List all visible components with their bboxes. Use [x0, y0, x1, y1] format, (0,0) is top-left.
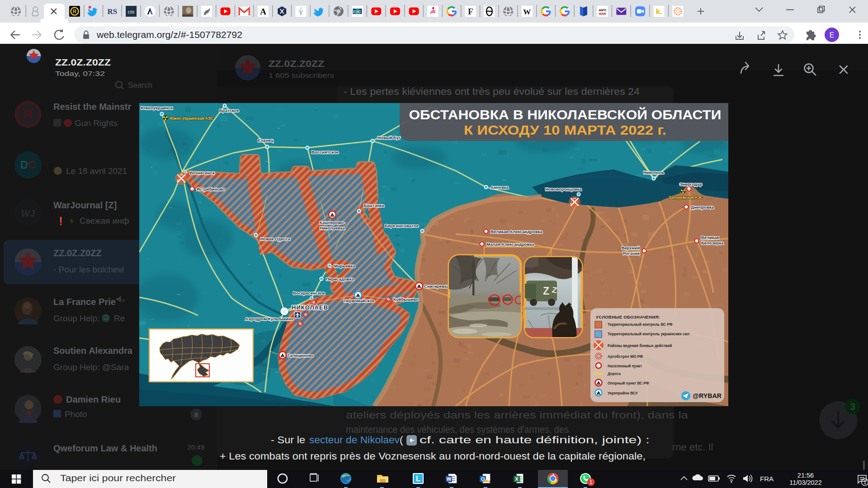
svg-text:Today, 07:32: Today, 07:32 — [55, 70, 105, 77]
svg-text:secteur de Nikolaev: secteur de Nikolaev — [309, 434, 400, 446]
svg-text:ОБСТАНОВКА В НИКОЛАЕВСКОЙ ОБЛА: ОБСТАНОВКА В НИКОЛАЕВСКОЙ ОБЛАСТИ — [409, 107, 722, 122]
svg-text:21:56: 21:56 — [797, 472, 814, 479]
svg-text:Укрепрайон ВСУ: Укрепрайон ВСУ — [608, 391, 638, 395]
svg-text:Марьевка: Марьевка — [334, 263, 355, 268]
svg-text:Group Help: @Sara: Group Help: @Sara — [53, 362, 129, 372]
svg-text:1 605 subscribers: 1 605 subscribers — [269, 71, 334, 79]
svg-text:Re: Re — [114, 314, 125, 323]
svg-text:E: E — [830, 31, 835, 39]
svg-text:УСЛОВНЫЕ ОБОЗНАЧЕНИЯ:: УСЛОВНЫЕ ОБОЗНАЧЕНИЯ: — [596, 314, 660, 319]
svg-text:Le 18 avril 2021: Le 18 avril 2021 — [66, 166, 127, 176]
svg-text:La France Prie: La France Prie — [53, 297, 116, 307]
svg-text:1: 1 — [863, 479, 866, 485]
svg-text:ateliers déployés dans les arr: ateliers déployés dans les arrières immé… — [346, 409, 689, 421]
svg-text:Николаевка: Николаевка — [320, 225, 345, 230]
svg-text:web.telegram.org/z/#-150778279: web.telegram.org/z/#-1507782792 — [96, 30, 242, 40]
svg-text:WAR: WAR — [599, 12, 606, 15]
svg-text:Запорожская АЭС: Запорожская АЭС — [669, 195, 703, 200]
svg-text:Территориальный контроль ВС Р: Территориальный контроль ВС РФ — [608, 323, 673, 327]
svg-text:X: X — [515, 476, 519, 482]
svg-text:RS: RS — [108, 7, 118, 16]
svg-text:F: F — [468, 7, 473, 16]
svg-text:W: W — [447, 476, 452, 482]
svg-text:(: ( — [400, 434, 403, 446]
svg-text:W: W — [523, 8, 531, 16]
svg-text:Taper ici pour rechercher: Taper ici pour rechercher — [60, 473, 176, 483]
svg-text:Воскресенское: Воскресенское — [293, 291, 325, 296]
svg-text:Нововоронцовка: Нововоронцовка — [545, 187, 582, 192]
svg-text:Артобстрел МО РФ: Артобстрел МО РФ — [608, 354, 643, 359]
svg-text:❗: ❗ — [56, 216, 66, 226]
svg-text:Братское: Братское — [219, 108, 239, 113]
svg-text:11/03/2022: 11/03/2022 — [789, 479, 822, 486]
svg-text:Березнеговатое: Березнеговатое — [385, 223, 419, 228]
svg-text:ZZ.0Z.Z0ZZ: ZZ.0Z.Z0ZZ — [53, 248, 102, 258]
svg-text:Районы ведения боевых действий: Районы ведения боевых действий — [608, 343, 672, 348]
svg-text:maintenance des véhicules, des: maintenance des véhicules, des systèmes … — [346, 424, 569, 435]
svg-text:ZZ.0Z.Z0ZZ: ZZ.0Z.Z0ZZ — [55, 57, 111, 67]
svg-text:DC: DC — [20, 159, 36, 171]
svg-text:Территориальный контроль украи: Территориальный контроль украинских сил — [608, 332, 689, 336]
svg-text:R: R — [73, 9, 76, 14]
svg-text:Рогачик: Рогачик — [623, 251, 640, 256]
svg-text:- Les pertes kiéviennes ont tr: - Les pertes kiéviennes ont très peu évo… — [344, 86, 640, 97]
svg-text:FRA: FRA — [760, 475, 774, 483]
svg-text:К ИСХОДУ 10 МАРТА 2022 г.: К ИСХОДУ 10 МАРТА 2022 г. — [464, 123, 666, 137]
svg-text:Photo: Photo — [65, 409, 87, 419]
svg-text:cf. carte en haute définition,: cf. carte en haute définition, jointe) : — [420, 434, 650, 446]
svg-text:Воссиятское: Воссиятское — [311, 150, 339, 155]
svg-text:Аэродром Кульбакино: Аэродром Кульбакино — [245, 316, 293, 321]
svg-text:Ястребиново: Ястребиново — [197, 187, 225, 192]
svg-text:Куйбышево: Куйбышево — [393, 297, 419, 302]
svg-text:8: 8 — [194, 411, 198, 418]
svg-text:!: ! — [489, 479, 491, 484]
svg-text:- Pour les bolchevi: - Pour les bolchevi — [53, 265, 124, 274]
svg-text:Новая Одесса: Новая Одесса — [260, 236, 291, 241]
svg-text:ANTI: ANTI — [599, 9, 606, 12]
svg-text:Первомайское: Первомайское — [344, 298, 374, 303]
svg-text:НИКОЛАЕВ: НИКОЛАЕВ — [292, 304, 328, 311]
svg-text:Group Help:: Group Help: — [53, 314, 99, 323]
svg-text:Малая Александровка: Малая Александровка — [486, 242, 534, 247]
svg-text:k.: k. — [656, 7, 662, 16]
svg-text:Энергодар: Энергодар — [679, 182, 702, 187]
svg-text:Южно-Украинская АЭС: Южно-Украинская АЭС — [170, 116, 213, 121]
svg-text:Верхний: Верхний — [621, 245, 640, 250]
svg-text:L: L — [416, 475, 420, 483]
svg-text:rne etc. Il: rne etc. Il — [672, 441, 713, 453]
svg-text:Z: Z — [543, 285, 549, 297]
svg-text:3: 3 — [850, 402, 855, 412]
svg-text:Soutien Alexandra: Soutien Alexandra — [53, 346, 133, 356]
svg-text:Пересадовка: Пересадовка — [326, 277, 354, 282]
svg-text:Кашперово-: Кашперово- — [320, 220, 345, 225]
svg-text:WJ: WJ — [21, 208, 35, 218]
svg-text:Никополь: Никополь — [643, 170, 664, 175]
svg-text:Еланец: Еланец — [258, 138, 274, 143]
svg-text:ZZ.0Z.Z0ZZ: ZZ.0Z.Z0ZZ — [269, 59, 324, 69]
svg-text:@RYBAR: @RYBAR — [693, 392, 722, 399]
svg-text:Resist the Mainstr: Resist the Mainstr — [53, 102, 131, 112]
svg-text:WarJournal [Z]: WarJournal [Z] — [53, 200, 117, 210]
svg-text:- Sur le: - Sur le — [271, 434, 305, 446]
svg-text:Населенный пункт: Населенный пункт — [608, 364, 642, 368]
svg-text:R: R — [23, 107, 33, 122]
svg-text:Вознесенск: Вознесенск — [190, 170, 215, 175]
svg-text:Свежая инф: Свежая инф — [80, 216, 129, 225]
svg-text:CIC: CIC — [353, 9, 362, 14]
svg-text:20:49: 20:49 — [187, 443, 204, 451]
svg-text:Gun Rights: Gun Rights — [75, 118, 118, 128]
svg-text:Qweforum Law & Health: Qweforum Law & Health — [53, 443, 157, 453]
svg-text:+ Les combats ont repris près: + Les combats ont repris près de Voznese… — [220, 450, 646, 462]
svg-text:Великая Александровка: Великая Александровка — [491, 229, 543, 234]
svg-text:Баштанка: Баштанка — [363, 203, 384, 208]
svg-text:Южноукраинск: Южноукраинск — [141, 105, 173, 110]
svg-text:Damien Rieu: Damien Rieu — [66, 394, 121, 404]
svg-text:Галициново: Галициново — [288, 353, 313, 358]
svg-text:Анновка: Анновка — [491, 185, 509, 190]
svg-text:cm: cm — [128, 9, 135, 15]
svg-text:Днепровка: Днепровка — [691, 205, 714, 210]
svg-text:Снигиревка: Снигиревка — [424, 284, 449, 289]
svg-text:Search: Search — [128, 81, 152, 89]
svg-text:Белозерка: Белозерка — [701, 240, 724, 245]
svg-text:Великая: Великая — [701, 235, 719, 240]
